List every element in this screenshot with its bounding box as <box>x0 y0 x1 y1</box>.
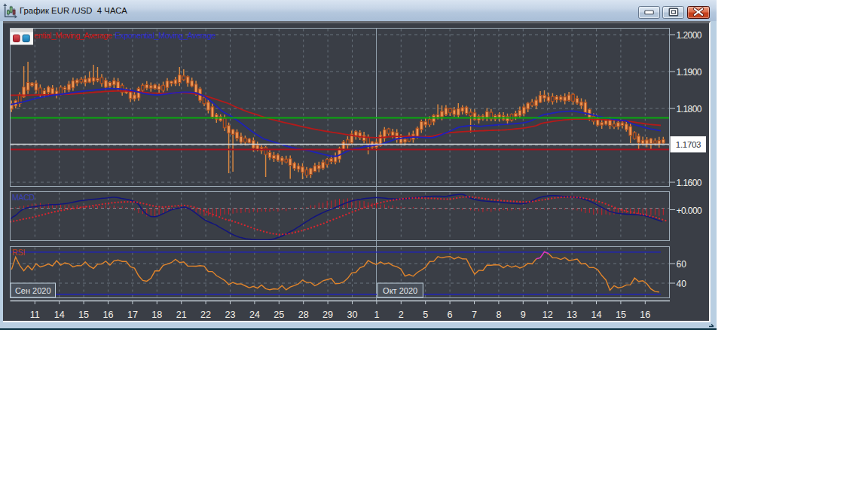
svg-text:RSI: RSI <box>12 248 26 257</box>
svg-text:MACD: MACD <box>12 193 35 202</box>
svg-text:24: 24 <box>249 310 260 320</box>
svg-text:+0.000: +0.000 <box>677 206 703 216</box>
svg-text:7: 7 <box>472 310 477 320</box>
svg-text:18: 18 <box>151 310 162 320</box>
svg-text:29: 29 <box>322 310 333 320</box>
svg-text:15: 15 <box>616 310 626 320</box>
svg-text:2: 2 <box>399 310 404 320</box>
svg-text:1.1703: 1.1703 <box>676 140 701 149</box>
svg-text:17: 17 <box>127 310 138 320</box>
svg-text:12: 12 <box>542 310 553 320</box>
svg-text:6: 6 <box>448 310 453 320</box>
svg-text:22: 22 <box>200 310 211 320</box>
svg-text:1.1800: 1.1800 <box>677 104 702 114</box>
svg-text:16: 16 <box>640 310 650 320</box>
svg-text:30: 30 <box>347 310 357 320</box>
svg-text:1: 1 <box>374 310 379 320</box>
svg-text:8: 8 <box>496 310 501 320</box>
svg-text:1.1600: 1.1600 <box>677 178 702 188</box>
svg-text:23: 23 <box>225 310 235 320</box>
svg-text:1.2000: 1.2000 <box>677 30 702 41</box>
svg-text:Exponential_Moving_Average: Exponential_Moving_Average <box>115 31 216 40</box>
svg-text:16: 16 <box>102 310 113 320</box>
svg-text:1.1900: 1.1900 <box>677 67 702 78</box>
svg-text:ential_Moving_Average: ential_Moving_Average <box>34 31 112 40</box>
svg-text:9: 9 <box>521 310 526 320</box>
svg-text:13: 13 <box>567 310 577 320</box>
svg-text:21: 21 <box>176 310 187 320</box>
svg-text:14: 14 <box>54 310 65 320</box>
svg-text:14: 14 <box>591 310 601 320</box>
svg-text:Окт 2020: Окт 2020 <box>383 286 417 295</box>
svg-text:28: 28 <box>298 310 309 320</box>
svg-text:Сен 2020: Сен 2020 <box>15 286 51 295</box>
svg-text:25: 25 <box>274 310 284 320</box>
svg-text:40: 40 <box>677 279 687 289</box>
svg-text:5: 5 <box>423 310 428 320</box>
svg-text:15: 15 <box>78 310 89 320</box>
svg-text:60: 60 <box>677 259 687 270</box>
svg-text:11: 11 <box>30 310 40 320</box>
